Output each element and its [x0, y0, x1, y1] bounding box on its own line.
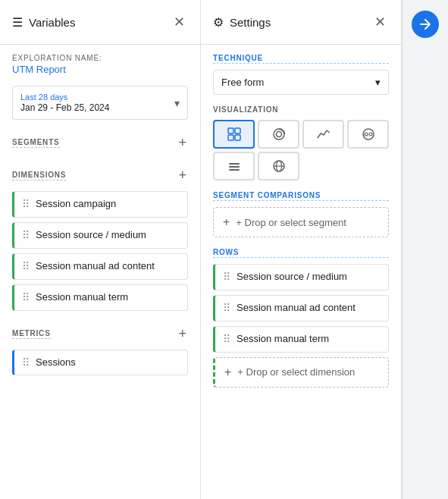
dimensions-label: DIMENSIONS	[12, 171, 66, 180]
viz-table-button[interactable]	[213, 120, 255, 149]
dimension-name: Session manual ad content	[36, 260, 155, 273]
drop-dimension-text: + Drop or select dimension	[237, 366, 355, 378]
variables-icon: ☰	[12, 15, 23, 30]
settings-header: ⚙ Settings ✕	[201, 0, 401, 45]
svg-rect-0	[228, 128, 233, 133]
dimension-item[interactable]: ⠿ Session manual term	[12, 284, 188, 311]
svg-rect-2	[228, 135, 233, 140]
metrics-section-header: METRICS +	[12, 325, 188, 344]
dimensions-section-header: DIMENSIONS +	[12, 166, 188, 185]
viz-options-row1	[213, 120, 389, 149]
geo-chart-icon	[272, 159, 286, 173]
row-item-name: Session source / medium	[237, 271, 347, 284]
segment-comparisons-label: SEGMENT COMPARISONS	[213, 191, 389, 201]
edge-strip	[402, 0, 448, 499]
variables-title: ☰ Variables	[12, 15, 75, 30]
row-item[interactable]: ⠿ Session manual ad content	[213, 295, 389, 322]
viz-scatter-button[interactable]	[347, 120, 389, 149]
dimension-item[interactable]: ⠿ Session campaign	[12, 191, 188, 218]
svg-rect-9	[229, 163, 240, 165]
viz-line-button[interactable]	[302, 120, 344, 149]
add-segment-icon: +	[178, 135, 186, 151]
svg-rect-1	[235, 128, 240, 133]
technique-section: TECHNIQUE Free form ▾	[213, 54, 389, 95]
dimension-name: Session campaign	[36, 198, 116, 211]
settings-close-button[interactable]: ✕	[371, 11, 389, 33]
nav-icon	[418, 17, 433, 32]
dimension-name: Session manual term	[36, 291, 128, 304]
date-range-label: Last 28 days	[20, 93, 109, 102]
viz-bar-button[interactable]	[213, 152, 255, 180]
variables-title-text: Variables	[29, 16, 75, 29]
rows-label: ROWS	[213, 248, 389, 258]
technique-label: TECHNIQUE	[213, 54, 389, 64]
gear-icon: ⚙	[213, 15, 224, 30]
add-metric-icon: +	[178, 326, 186, 342]
metric-item[interactable]: ⠿ Sessions	[12, 350, 188, 376]
close-icon: ✕	[174, 14, 185, 30]
viz-options-row2	[213, 152, 389, 180]
donut-chart-icon	[272, 127, 286, 141]
variables-close-button[interactable]: ✕	[171, 11, 188, 33]
rows-section: ROWS ⠿ Session source / medium ⠿ Session…	[213, 248, 389, 388]
segments-label: SEGMENTS	[12, 138, 60, 148]
drag-icon: ⠿	[22, 356, 30, 369]
dimension-item[interactable]: ⠿ Session manual ad content	[12, 253, 188, 280]
add-segment-button[interactable]: +	[177, 133, 188, 152]
edge-nav-button[interactable]	[412, 11, 439, 38]
line-chart-icon	[317, 127, 331, 141]
plus-icon: +	[224, 366, 231, 379]
settings-panel: ⚙ Settings ✕ TECHNIQUE Free form ▾ VISUA…	[201, 0, 402, 499]
drag-icon: ⠿	[22, 260, 30, 272]
drag-icon: ⠿	[22, 291, 30, 303]
row-item-name: Session manual ad content	[237, 302, 356, 315]
dimension-name: Session source / medium	[36, 229, 146, 242]
settings-title-text: Settings	[230, 16, 271, 29]
technique-arrow-icon: ▾	[375, 77, 381, 88]
segment-comparisons-section: SEGMENT COMPARISONS + + Drop or select s…	[213, 191, 389, 237]
scatter-plot-icon	[362, 127, 375, 141]
table-icon	[227, 127, 241, 141]
visualization-section: VISUALIZATION	[213, 105, 389, 180]
svg-point-7	[365, 133, 368, 136]
drag-icon: ⠿	[22, 198, 30, 210]
close-icon: ✕	[374, 14, 386, 30]
segments-section-header: SEGMENTS +	[12, 133, 188, 152]
exploration-name-section: EXPLORATION NAME: UTM Report	[12, 54, 188, 75]
plus-icon: +	[223, 215, 230, 229]
add-dimension-icon: +	[178, 168, 186, 184]
row-item[interactable]: ⠿ Session source / medium	[213, 264, 389, 290]
bar-chart-icon	[227, 159, 241, 173]
technique-value: Free form	[221, 77, 264, 88]
settings-title: ⚙ Settings	[213, 15, 271, 30]
svg-rect-10	[229, 166, 240, 168]
drag-icon: ⠿	[223, 333, 230, 345]
svg-point-8	[369, 133, 372, 136]
add-dimension-button[interactable]: +	[177, 166, 188, 185]
exploration-value[interactable]: UTM Report	[12, 64, 188, 75]
technique-select[interactable]: Free form ▾	[213, 70, 389, 95]
metrics-label: METRICS	[12, 329, 51, 339]
svg-rect-11	[229, 169, 240, 171]
drag-icon: ⠿	[223, 271, 230, 283]
drag-icon: ⠿	[223, 302, 230, 314]
variables-panel: ☰ Variables ✕ EXPLORATION NAME: UTM Repo…	[0, 0, 201, 499]
date-range-selector[interactable]: Last 28 days Jan 29 - Feb 25, 2024 ▾	[12, 86, 188, 120]
exploration-label: EXPLORATION NAME:	[12, 54, 188, 62]
svg-rect-3	[235, 135, 240, 140]
metric-name: Sessions	[36, 356, 76, 369]
date-range-info: Last 28 days Jan 29 - Feb 25, 2024	[20, 93, 109, 113]
drop-dimension-zone[interactable]: + + Drop or select dimension	[213, 357, 389, 388]
visualization-label: VISUALIZATION	[213, 105, 389, 114]
add-metric-button[interactable]: +	[177, 325, 188, 344]
drop-segment-text: + Drop or select segment	[236, 217, 346, 228]
drop-segment-zone[interactable]: + + Drop or select segment	[213, 207, 389, 237]
viz-donut-button[interactable]	[258, 120, 299, 149]
row-item[interactable]: ⠿ Session manual term	[213, 326, 389, 353]
svg-point-5	[276, 132, 281, 137]
dimension-item[interactable]: ⠿ Session source / medium	[12, 222, 188, 249]
drag-icon: ⠿	[22, 229, 30, 241]
variables-header: ☰ Variables ✕	[0, 0, 200, 45]
variables-body: EXPLORATION NAME: UTM Report Last 28 day…	[0, 45, 200, 499]
viz-geo-button[interactable]	[258, 152, 299, 180]
